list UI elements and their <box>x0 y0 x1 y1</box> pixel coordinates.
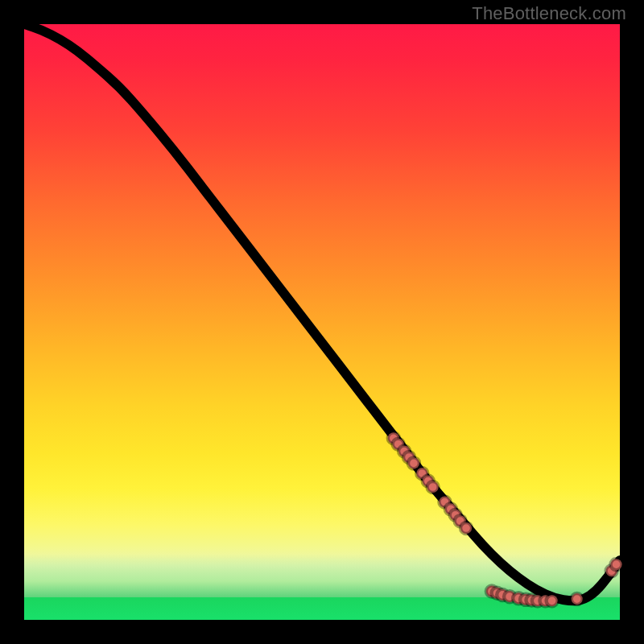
plot-area <box>24 24 620 620</box>
data-marker <box>460 522 472 534</box>
data-marker <box>572 593 583 605</box>
data-marker <box>427 481 439 493</box>
data-marker <box>547 595 558 606</box>
data-marker <box>408 457 419 469</box>
data-marker <box>611 559 622 570</box>
chart-svg <box>24 24 620 620</box>
marker-group <box>388 432 622 606</box>
bottleneck-curve <box>24 24 620 601</box>
chart-frame: TheBottleneck.com <box>0 0 644 644</box>
watermark-text: TheBottleneck.com <box>472 3 626 24</box>
